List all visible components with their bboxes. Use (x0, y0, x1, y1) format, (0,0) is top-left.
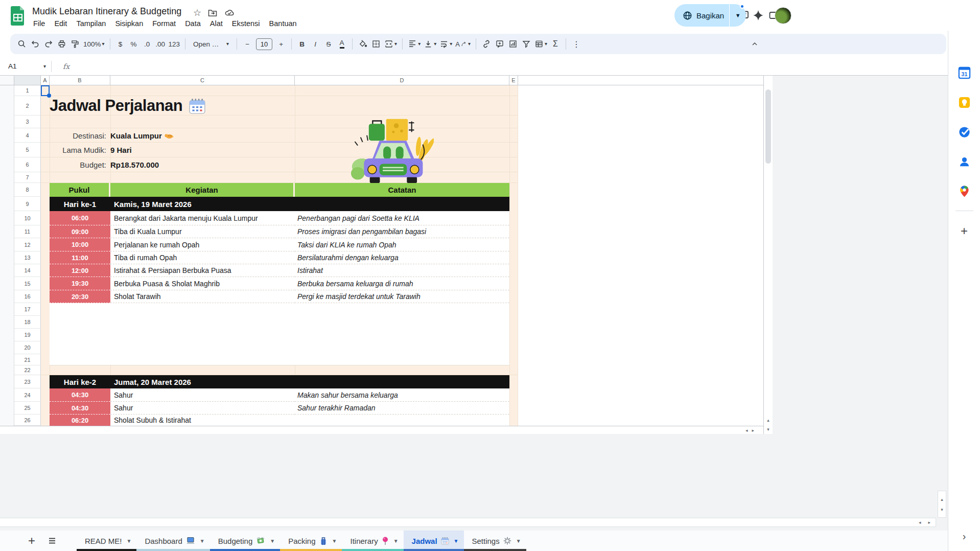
strikethrough-button[interactable]: S (322, 37, 335, 51)
tab-caret-icon[interactable]: ▼ (270, 538, 275, 544)
vertical-scrollbar-thumb[interactable] (765, 89, 771, 164)
row-header[interactable]: 5 (14, 143, 41, 157)
insert-comment-icon[interactable] (493, 37, 506, 51)
schedule-activity-cell[interactable]: Berangkat dari Jakarta menuju Kuala Lump… (110, 211, 295, 225)
increase-decimal-button[interactable]: .00 (154, 37, 167, 51)
sheet-grid[interactable]: 1 2 3 4 5 6 7 8 9 10 11 12 13 14 15 16 1… (14, 85, 518, 426)
schedule-time-cell[interactable]: 04:30 (50, 402, 110, 415)
row-header[interactable]: 23 (14, 375, 41, 388)
row-header[interactable]: 1 (14, 85, 41, 96)
column-header-b[interactable]: B (50, 76, 110, 85)
row-header[interactable]: 25 (14, 402, 41, 415)
budget-label-cell[interactable]: Budget: (50, 157, 110, 172)
schedule-time-cell[interactable]: 10:00 (50, 238, 110, 251)
menu-view[interactable]: Tampilan (72, 18, 110, 29)
column-header-d[interactable]: D (295, 76, 509, 85)
destination-value-cell[interactable]: Kuala Lumpur (110, 128, 295, 143)
print-icon[interactable] (55, 37, 68, 51)
fill-color-icon[interactable] (356, 37, 369, 51)
schedule-time-cell[interactable]: 12:00 (50, 264, 110, 277)
schedule-time-cell[interactable]: 11:00 (50, 251, 110, 264)
move-folder-icon[interactable] (207, 8, 218, 18)
column-header-e[interactable]: E (509, 76, 518, 85)
schedule-time-cell[interactable]: 19:30 (50, 277, 110, 290)
menu-format[interactable]: Format (148, 18, 180, 29)
scroll-up-icon[interactable]: ▴ (941, 497, 943, 502)
schedule-activity-cell[interactable]: Tiba di Kuala Lumpur (110, 225, 295, 238)
schedule-time-cell[interactable]: 04:30 (50, 388, 110, 402)
format-percent-button[interactable]: % (127, 37, 141, 51)
outer-vertical-scrollbar[interactable]: ▴ ▾ (938, 491, 946, 518)
tab-settings[interactable]: Settings ▼ (464, 531, 526, 551)
schedule-time-cell[interactable]: 20:30 (50, 290, 110, 303)
schedule-note-cell[interactable]: Pergi ke masjid terdekat untuk Tarawih (295, 290, 509, 303)
borders-icon[interactable] (369, 37, 383, 51)
account-avatar[interactable] (775, 7, 791, 24)
schedule-time-cell[interactable]: 09:00 (50, 225, 110, 238)
table-views-icon[interactable]: ▾ (533, 37, 549, 51)
row-header[interactable]: 10 (14, 211, 41, 225)
sheets-logo-icon[interactable] (10, 6, 26, 26)
document-title[interactable]: Mudik Lebaran Itinerary & Budgeting (32, 6, 181, 17)
formula-input[interactable] (69, 57, 948, 75)
font-select[interactable]: Open …▾ (189, 37, 233, 51)
table-empty-rows[interactable] (50, 303, 509, 365)
menu-help[interactable]: Bantuan (265, 18, 301, 29)
text-color-button[interactable]: A (335, 37, 348, 51)
show-side-panel-icon[interactable]: › (963, 531, 966, 542)
outer-horizontal-scrollbar[interactable]: ◂ ▸ (0, 518, 936, 527)
duration-label-cell[interactable]: Lama Mudik: (50, 143, 110, 157)
schedule-note-cell[interactable] (295, 415, 509, 426)
column-header-c[interactable]: C (110, 76, 295, 85)
row-header[interactable]: 7 (14, 172, 41, 183)
zoom-select[interactable]: 100%▾ (82, 37, 106, 51)
scroll-down-icon[interactable]: ▾ (767, 427, 769, 432)
budget-value-cell[interactable]: Rp18.570.000 (110, 157, 295, 172)
menu-edit[interactable]: Edit (50, 18, 72, 29)
scroll-up-icon[interactable]: ▴ (767, 418, 769, 423)
share-caret-icon[interactable]: ▼ (730, 12, 746, 18)
horizontal-align-icon[interactable]: ▾ (406, 37, 422, 51)
paint-format-icon[interactable] (68, 37, 82, 51)
filter-icon[interactable] (520, 37, 533, 51)
scroll-right-icon[interactable]: ▸ (928, 520, 930, 525)
schedule-note-cell[interactable]: Berbuka bersama keluarga di rumah (295, 277, 509, 290)
tab-budgeting[interactable]: Budgeting ▼ (210, 531, 280, 551)
tab-read-me[interactable]: READ ME! ▼ (77, 531, 136, 551)
font-size-input[interactable]: 10 (256, 38, 272, 50)
row-header[interactable]: 20 (14, 341, 41, 354)
scroll-left-icon[interactable]: ◂ (745, 428, 748, 433)
day2-label-cell[interactable]: Hari ke-2 (50, 375, 110, 388)
schedule-activity-cell[interactable]: Sahur (110, 402, 295, 415)
menu-insert[interactable]: Sisipkan (110, 18, 148, 29)
row-header[interactable]: 18 (14, 316, 41, 329)
row-header[interactable]: 16 (14, 290, 41, 303)
tab-caret-icon[interactable]: ▼ (200, 538, 205, 544)
schedule-activity-cell[interactable]: Berbuka Puasa & Sholat Maghrib (110, 277, 295, 290)
row-header[interactable]: 21 (14, 354, 41, 365)
insert-link-icon[interactable] (480, 37, 493, 51)
tab-caret-icon[interactable]: ▼ (127, 538, 132, 544)
row-header[interactable]: 26 (14, 415, 41, 426)
row-header[interactable]: 13 (14, 251, 41, 264)
schedule-activity-cell[interactable]: Perjalanan ke rumah Opah (110, 238, 295, 251)
row-header[interactable]: 4 (14, 128, 41, 143)
merge-cells-icon[interactable]: ▾ (383, 37, 399, 51)
row-header[interactable]: 17 (14, 303, 41, 316)
schedule-note-cell[interactable]: Taksi dari KLIA ke rumah Opah (295, 238, 509, 251)
schedule-activity-cell[interactable]: Tiba di rumah Opah (110, 251, 295, 264)
all-sheets-button[interactable] (42, 531, 62, 551)
text-wrap-icon[interactable]: ▾ (438, 37, 454, 51)
format-currency-button[interactable]: $ (114, 37, 127, 51)
schedule-activity-cell[interactable]: Sholat Subuh & Istirahat (110, 415, 295, 426)
row-header[interactable]: 2 (14, 96, 41, 116)
schedule-activity-cell[interactable]: Sholat Tarawih (110, 290, 295, 303)
column-header-a[interactable]: A (41, 76, 50, 85)
collapse-toolbar-icon[interactable] (751, 34, 759, 54)
text-rotation-icon[interactable]: A ▾ (454, 37, 472, 51)
decrease-font-size-button[interactable]: − (241, 37, 254, 51)
redo-icon[interactable] (42, 37, 55, 51)
increase-font-size-button[interactable]: + (274, 37, 288, 51)
schedule-note-cell[interactable]: Makan sahur bersama keluarga (295, 388, 509, 402)
namebox-caret-icon[interactable]: ▾ (43, 64, 46, 69)
